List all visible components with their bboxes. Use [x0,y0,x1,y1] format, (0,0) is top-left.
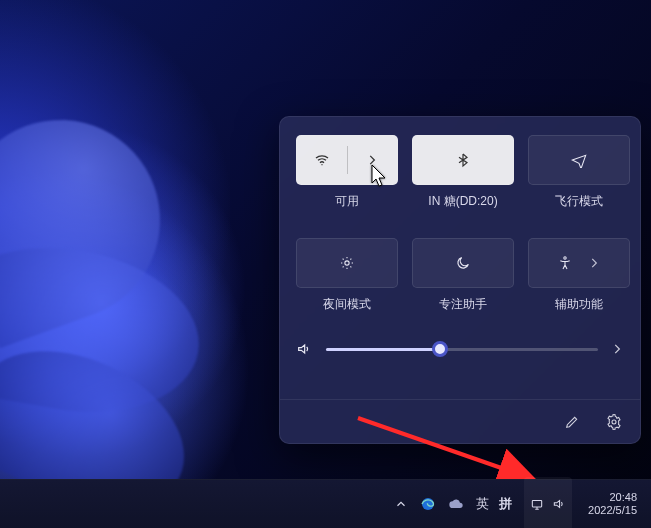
network-icon [530,497,544,511]
speaker-icon [552,497,566,511]
bluetooth-label: IN 糖(DD:20) [428,193,497,210]
volume-slider-thumb[interactable] [432,341,448,357]
edit-quick-settings-button[interactable] [560,410,584,434]
airplane-mode-tile[interactable] [528,135,630,185]
quick-settings-footer [280,399,640,443]
wifi-toggle[interactable] [297,136,347,184]
ime-mode: 拼 [499,495,512,513]
chevron-right-icon [365,153,379,167]
volume-output-expand[interactable] [610,342,624,356]
clock-time: 20:48 [609,491,637,504]
tray-overflow-button[interactable] [394,480,408,528]
network-volume-tray[interactable] [524,477,572,528]
night-light-tile[interactable] [296,238,398,288]
volume-slider-fill [326,348,440,351]
volume-slider[interactable] [326,339,598,359]
onedrive-icon[interactable] [448,480,464,528]
gear-icon [606,414,622,430]
svg-point-0 [321,164,322,165]
wifi-label: 可用 [335,193,359,210]
chevron-up-icon [394,497,408,511]
focus-assist-label: 专注助手 [439,296,487,313]
wifi-tile[interactable] [296,135,398,185]
night-light-label: 夜间模式 [323,296,371,313]
wifi-icon [314,152,330,168]
system-tray: 英 拼 20:48 2022/5/15 [384,477,651,528]
browser-icon [420,496,436,512]
airplane-mode-label: 飞行模式 [555,193,603,210]
svg-rect-6 [532,501,541,507]
taskbar: 英 拼 20:48 2022/5/15 [0,479,651,528]
open-settings-button[interactable] [602,410,626,434]
accessibility-icon [557,255,573,271]
chevron-right-icon [587,256,601,270]
ime-indicator[interactable]: 英 拼 [476,480,512,528]
bluetooth-icon [455,152,471,168]
cloud-icon [448,496,464,512]
brightness-icon [339,255,355,271]
accessibility-tile[interactable] [528,238,630,288]
quick-settings-panel: 可用 IN 糖(DD:20) 飞行模式 夜间模式 [279,116,641,444]
quick-settings-tile-grid: 可用 IN 糖(DD:20) 飞行模式 夜间模式 [296,135,624,313]
svg-point-2 [564,257,566,259]
moon-icon [455,255,471,271]
svg-point-3 [612,420,616,424]
edge-icon[interactable] [420,480,436,528]
bluetooth-tile[interactable] [412,135,514,185]
taskbar-clock[interactable]: 20:48 2022/5/15 [584,480,641,528]
svg-point-1 [345,261,349,265]
accessibility-label: 辅助功能 [555,296,603,313]
ime-lang: 英 [476,495,489,513]
focus-assist-tile[interactable] [412,238,514,288]
airplane-icon [571,152,587,168]
clock-date: 2022/5/15 [588,504,637,517]
speaker-icon[interactable] [296,341,314,357]
wifi-expand[interactable] [348,136,398,184]
volume-row [296,339,624,359]
pencil-icon [564,414,580,430]
